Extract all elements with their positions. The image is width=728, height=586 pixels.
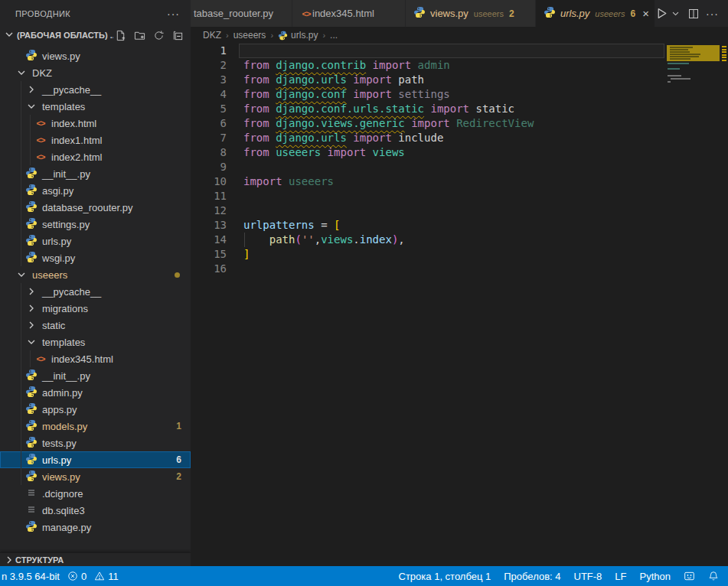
tab-index345-html[interactable]: <>index345.html xyxy=(292,0,406,27)
tree-item-settings-py[interactable]: settings.py xyxy=(0,216,191,233)
problems-badge: 1 xyxy=(176,421,181,431)
chevron-right-icon xyxy=(25,319,38,331)
tree-item-templates[interactable]: templates xyxy=(0,98,191,115)
tree-item-index345-html[interactable]: <>index345.html xyxy=(0,350,191,367)
code-line-10[interactable]: import useeers xyxy=(243,174,534,189)
status-utf-8[interactable]: UTF-8 xyxy=(574,571,602,582)
tree-item-asgi-py[interactable]: asgi.py xyxy=(0,182,191,199)
code-line-12[interactable] xyxy=(243,203,534,218)
generic-file-icon xyxy=(25,503,38,518)
refresh-icon[interactable] xyxy=(152,28,165,42)
code-line-3[interactable]: from django.urls import path xyxy=(243,73,534,87)
breadcrumb-item--[interactable]: ... xyxy=(330,30,338,41)
workspace-label: (РАБОЧАЯ ОБЛАСТЬ) ... xyxy=(17,31,113,40)
tree-item-label: templates xyxy=(42,337,85,348)
status-python[interactable]: Python xyxy=(640,571,671,582)
outline-section-header[interactable]: СТРУКТУРА xyxy=(0,552,191,566)
tree-item--init-py[interactable]: __init__.py xyxy=(0,367,191,384)
breadcrumb-item-dkz[interactable]: DKZ xyxy=(203,30,221,41)
tree-item-label: apps.py xyxy=(42,404,77,415)
tree-item-dkz[interactable]: DKZ xyxy=(0,64,191,81)
overview-ruler[interactable] xyxy=(720,44,728,566)
tree-item-tests-py[interactable]: tests.py xyxy=(0,435,191,451)
tree-item--pycache-[interactable]: __pycache__ xyxy=(0,283,191,300)
code-line-4[interactable]: from django.conf import settings xyxy=(243,87,534,102)
status-error-circle-icon[interactable]: 0 xyxy=(67,571,87,582)
tree-item-useeers[interactable]: useeers xyxy=(0,266,191,283)
python-file-icon xyxy=(25,217,38,232)
tree-item-label: useeers xyxy=(32,269,67,281)
tab-more-actions-button[interactable]: ··· xyxy=(703,5,722,23)
line-number: 3 xyxy=(191,73,227,87)
status-bell-icon[interactable] xyxy=(708,571,719,581)
tree-item-models-py[interactable]: models.py1 xyxy=(0,418,191,435)
python-file-icon xyxy=(278,31,288,41)
tree-item-urls-py[interactable]: urls.py6 xyxy=(0,451,191,468)
tree-item-index-html[interactable]: <>index.html xyxy=(0,115,191,132)
tree-item-migrations[interactable]: migrations xyxy=(0,300,191,317)
tab-urls-py[interactable]: urls.pyuseeers6× xyxy=(536,0,655,27)
code-line-14[interactable]: path('',views.index), xyxy=(243,233,534,247)
run-dropdown-chevron-icon[interactable] xyxy=(671,5,680,23)
code-line-8[interactable]: from useeers import views xyxy=(243,145,534,160)
minimap[interactable] xyxy=(665,44,720,136)
code-line-11[interactable] xyxy=(243,189,534,203)
tree-item-label: manage.py xyxy=(42,522,91,533)
code-line-15[interactable]: ] xyxy=(243,247,534,262)
html-file-icon: <> xyxy=(34,135,47,145)
tab-tabase-roouter-py[interactable]: tabase_roouter.py xyxy=(191,0,292,27)
tree-item-static[interactable]: static xyxy=(0,317,191,334)
status-строка-1-столбец-1[interactable]: Строка 1, столбец 1 xyxy=(399,571,491,582)
tree-item-label: templates xyxy=(42,101,85,112)
tree-item-db-sqlite3[interactable]: db.sqlite3 xyxy=(0,502,191,519)
tab-views-py[interactable]: views.pyuseeers2 xyxy=(406,0,536,27)
tree-item-wsgi-py[interactable]: wsgi.py xyxy=(0,249,191,266)
tree-item--pycache-[interactable]: __pycache__ xyxy=(0,81,191,98)
breadcrumb-item-urls-py[interactable]: urls.py xyxy=(278,30,318,41)
python-file-icon xyxy=(25,520,38,535)
code-editor[interactable]: 12345678910111213141516 from django.cont… xyxy=(191,44,728,566)
tree-item-label: tests.py xyxy=(42,438,77,449)
tree-item-apps-py[interactable]: apps.py xyxy=(0,401,191,418)
tree-item-urls-py[interactable]: urls.py xyxy=(0,233,191,249)
split-editor-icon[interactable] xyxy=(687,5,700,23)
tabs: tabase_roouter.py<>index345.htmlviews.py… xyxy=(191,0,655,27)
tree-item-index2-html[interactable]: <>index2.html xyxy=(0,148,191,165)
chevron-right-icon xyxy=(3,554,15,566)
tree-item-label: index.html xyxy=(51,118,96,129)
status-warning-triangle-icon[interactable]: 11 xyxy=(94,571,119,582)
tree-item-admin-py[interactable]: admin.py xyxy=(0,384,191,401)
code-line-9[interactable] xyxy=(243,160,534,174)
code-line-13[interactable]: urlpatterns = [ xyxy=(243,218,534,233)
code-line-2[interactable]: from django.contrib import admin xyxy=(243,58,534,73)
tree-item--init-py[interactable]: __init__.py xyxy=(0,165,191,182)
breadcrumb-item-useeers[interactable]: useeers xyxy=(233,30,266,41)
collapse-all-icon[interactable] xyxy=(171,28,184,42)
code-line-1[interactable] xyxy=(243,44,534,58)
tree-item-database-roouter-py[interactable]: database_roouter.py xyxy=(0,199,191,216)
code-line-6[interactable]: from django.views.generic import Redirec… xyxy=(243,116,534,131)
new-file-icon[interactable] xyxy=(113,28,127,42)
tree-item-views-py[interactable]: views.py2 xyxy=(0,468,191,485)
tree-item-views-py[interactable]: views.py xyxy=(0,47,191,64)
status-feedback-smiley-icon[interactable] xyxy=(684,571,695,582)
status-пробелов-4[interactable]: Пробелов: 4 xyxy=(504,571,560,582)
explorer-more-button[interactable]: ··· xyxy=(167,8,180,20)
html-file-icon: <> xyxy=(34,354,47,363)
tree-item--dcignore[interactable]: .dcignore xyxy=(0,485,191,502)
new-folder-icon[interactable] xyxy=(132,28,146,42)
status-lf[interactable]: LF xyxy=(615,571,626,582)
close-icon[interactable]: × xyxy=(642,7,649,20)
explorer-title: ПРОВОДНИК xyxy=(15,9,70,18)
run-python-file-icon[interactable] xyxy=(655,5,668,23)
tree-item-manage-py[interactable]: manage.py xyxy=(0,519,191,536)
status-n-3-9-5-64-bit[interactable]: n 3.9.5 64-bit xyxy=(2,571,60,582)
tree-item-templates[interactable]: templates xyxy=(0,334,191,350)
workspace-section-header[interactable]: (РАБОЧАЯ ОБЛАСТЬ) ... xyxy=(0,27,191,44)
tree-item-label: admin.py xyxy=(42,387,83,399)
tree-item-index1-html[interactable]: <>index1.html xyxy=(0,132,191,148)
code-line-7[interactable]: from django.urls import include xyxy=(243,131,534,145)
breadcrumb-separator-icon: › xyxy=(322,31,325,40)
code-line-16[interactable] xyxy=(243,262,534,276)
code-line-5[interactable]: from django.conf.urls.static import stat… xyxy=(243,102,534,116)
